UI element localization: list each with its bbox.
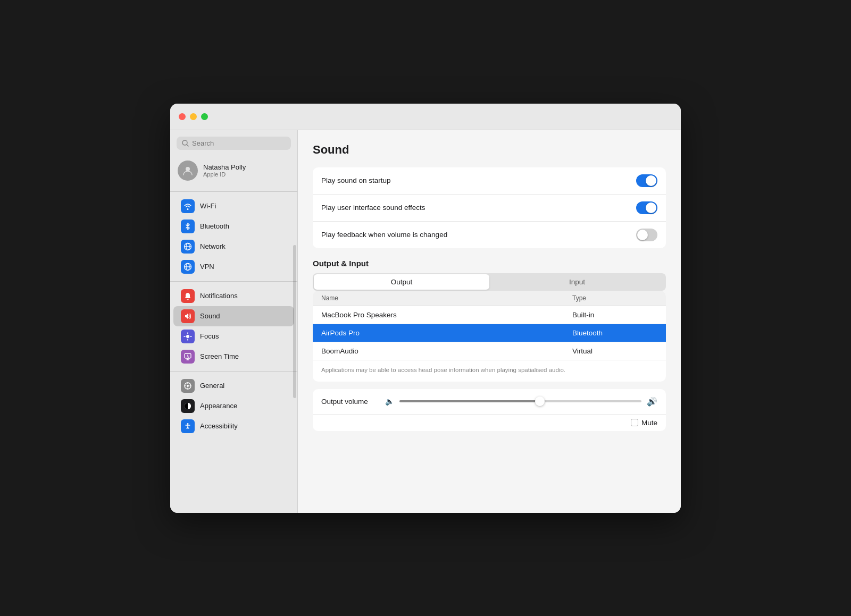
sidebar-label-general: General <box>200 382 224 390</box>
avatar-icon <box>181 164 194 177</box>
device-type-boomaudio: Virtual <box>572 347 657 355</box>
device-name-macbook: MacBook Pro Speakers <box>321 311 572 319</box>
volume-slider-fill <box>399 400 540 402</box>
table-header: Name Type <box>313 291 666 306</box>
sidebar-item-notifications[interactable]: Notifications <box>173 286 294 306</box>
sidebar-item-appearance[interactable]: Appearance <box>173 396 294 416</box>
startup-sound-toggle[interactable] <box>636 174 657 187</box>
ui-sound-toggle[interactable] <box>636 201 657 214</box>
volume-high-icon: 🔊 <box>647 396 657 407</box>
search-container <box>170 137 297 156</box>
device-type-macbook: Built-in <box>572 311 657 319</box>
sidebar-label-notifications: Notifications <box>200 292 238 300</box>
device-name-airpods: AirPods Pro <box>321 329 572 337</box>
screentime-icon <box>181 350 195 364</box>
startup-sound-label: Play sound on startup <box>321 176 391 184</box>
bluetooth-icon <box>181 220 195 233</box>
network-icon <box>181 240 195 254</box>
user-name: Natasha Polly <box>203 163 246 171</box>
search-input[interactable] <box>192 139 286 147</box>
sidebar-group-notifications: Notifications Sound <box>170 284 297 369</box>
device-row-boomaudio[interactable]: BoomAudio Virtual <box>313 342 666 360</box>
sidebar-item-general[interactable]: General <box>173 376 294 396</box>
user-info: Natasha Polly Apple ID <box>203 163 246 178</box>
sidebar-label-bluetooth: Bluetooth <box>200 222 229 230</box>
volume-slider-thumb <box>535 396 545 406</box>
sidebar-item-sound[interactable]: Sound <box>173 306 294 326</box>
svg-point-2 <box>186 167 190 171</box>
volume-feedback-row: Play feedback when volume is changed <box>313 222 666 248</box>
search-icon <box>182 140 189 147</box>
focus-icon <box>181 330 195 343</box>
sound-icon <box>181 309 195 323</box>
volume-feedback-toggle[interactable] <box>636 229 657 241</box>
svg-point-9 <box>186 335 189 338</box>
sidebar-divider-2 <box>170 281 297 282</box>
main-content: Sound Play sound on startup Play user in… <box>298 130 681 513</box>
sidebar-label-accessibility: Accessibility <box>200 422 238 430</box>
sidebar-divider-3 <box>170 371 297 372</box>
sidebar-label-wifi: Wi-Fi <box>200 202 216 210</box>
volume-slider[interactable] <box>399 400 641 402</box>
ui-sound-row: Play user interface sound effects <box>313 195 666 222</box>
sound-toggles-card: Play sound on startup Play user interfac… <box>313 167 666 248</box>
page-title: Sound <box>313 143 666 157</box>
window-content: Natasha Polly Apple ID Wi-Fi <box>170 130 681 513</box>
search-box[interactable] <box>177 137 291 150</box>
sidebar-divider-1 <box>170 191 297 192</box>
traffic-lights <box>179 113 208 120</box>
sidebar-label-appearance: Appearance <box>200 402 237 410</box>
device-row-airpods[interactable]: AirPods Pro Bluetooth <box>313 324 666 342</box>
sidebar-label-network: Network <box>200 242 226 250</box>
user-profile[interactable]: Natasha Polly Apple ID <box>170 156 297 189</box>
volume-card: Output volume 🔈 🔊 Mute <box>313 389 666 431</box>
sidebar-item-screentime[interactable]: Screen Time <box>173 347 294 367</box>
sidebar-label-focus: Focus <box>200 332 219 340</box>
close-button[interactable] <box>179 113 186 120</box>
sidebar-scrollbar[interactable] <box>293 245 296 398</box>
volume-feedback-label: Play feedback when volume is changed <box>321 231 447 239</box>
notifications-icon <box>181 289 195 303</box>
ui-sound-label: Play user interface sound effects <box>321 204 426 212</box>
col-type-header: Type <box>572 294 657 302</box>
ui-sound-knob <box>646 202 656 213</box>
svg-line-1 <box>187 145 188 146</box>
device-table-card: Name Type MacBook Pro Speakers Built-in … <box>313 291 666 382</box>
svg-point-15 <box>187 423 189 425</box>
sidebar-item-bluetooth[interactable]: Bluetooth <box>173 216 294 237</box>
device-name-boomaudio: BoomAudio <box>321 347 572 355</box>
accessibility-icon <box>181 419 195 433</box>
sidebar: Natasha Polly Apple ID Wi-Fi <box>170 130 298 513</box>
sidebar-item-network[interactable]: Network <box>173 237 294 257</box>
sidebar-item-accessibility[interactable]: Accessibility <box>173 416 294 436</box>
appearance-icon <box>181 399 195 413</box>
maximize-button[interactable] <box>201 113 208 120</box>
sidebar-group-system: General <box>170 374 297 438</box>
mute-section: Mute <box>313 414 666 431</box>
mute-label: Mute <box>641 419 657 427</box>
volume-low-icon: 🔈 <box>385 397 394 406</box>
tab-output[interactable]: Output <box>314 274 489 290</box>
avatar <box>178 161 198 181</box>
sidebar-group-network: Wi-Fi Bluetooth <box>170 194 297 279</box>
tab-input[interactable]: Input <box>489 274 665 290</box>
titlebar <box>170 104 681 130</box>
sidebar-label-screentime: Screen Time <box>200 352 239 360</box>
sidebar-item-focus[interactable]: Focus <box>173 326 294 347</box>
output-input-tabs: Output Input <box>313 273 666 291</box>
volume-label: Output volume <box>321 398 380 406</box>
wifi-icon <box>181 199 195 213</box>
startup-sound-row: Play sound on startup <box>313 167 666 195</box>
svg-point-12 <box>187 385 189 387</box>
device-row-macbook[interactable]: MacBook Pro Speakers Built-in <box>313 306 666 324</box>
mute-checkbox[interactable] <box>631 419 638 426</box>
sidebar-item-wifi[interactable]: Wi-Fi <box>173 196 294 216</box>
col-name-header: Name <box>321 294 572 302</box>
sidebar-label-sound: Sound <box>200 312 220 320</box>
sidebar-item-vpn[interactable]: VPN <box>173 257 294 277</box>
system-preferences-window: Natasha Polly Apple ID Wi-Fi <box>170 104 681 513</box>
volume-row: Output volume 🔈 🔊 <box>313 389 666 414</box>
general-icon <box>181 379 195 393</box>
svg-point-14 <box>185 403 191 409</box>
minimize-button[interactable] <box>190 113 197 120</box>
